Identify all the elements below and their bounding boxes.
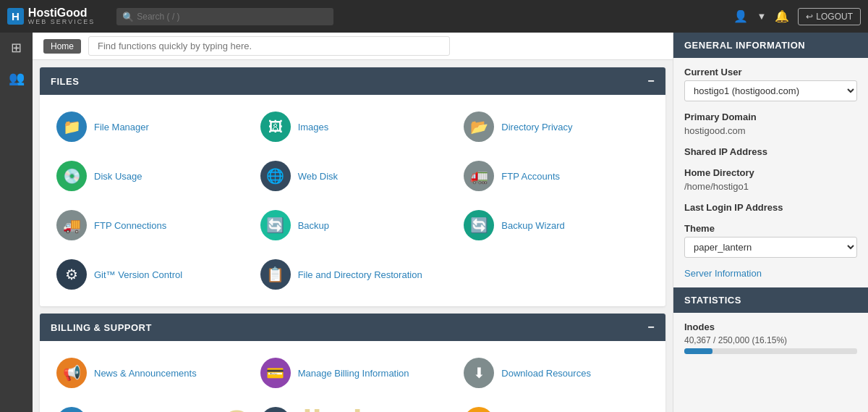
current-user-label: Current User xyxy=(684,67,857,77)
item-label: FTP Connections xyxy=(94,220,166,231)
billing-section-body-wrapper: Ouedkniss.com 📢 News & Announcements 💳 M… xyxy=(40,341,665,412)
billing-grid-item[interactable]: 💳 Manage Billing Information xyxy=(255,352,451,394)
billing-collapse-icon[interactable]: − xyxy=(647,321,655,334)
item-icon: 📁 xyxy=(56,112,87,142)
statistics-body: Inodes 40,367 / 250,000 (16.15%) xyxy=(673,313,868,370)
files-grid-item[interactable]: 🌐 Web Disk xyxy=(255,155,451,197)
files-grid-item[interactable]: ⚙ Git™ Version Control xyxy=(51,253,247,295)
user-icon[interactable]: 👤 xyxy=(733,9,748,23)
billing-grid-item[interactable]: 📧 View Email History xyxy=(51,401,247,412)
item-label: File Manager xyxy=(94,122,149,133)
main-search-container xyxy=(88,36,450,56)
theme-field: Theme paper_lantern xyxy=(684,223,857,258)
home-badge[interactable]: Home xyxy=(43,39,81,54)
item-icon: 💿 xyxy=(56,161,87,191)
home-dir-value: /home/hostigo1 xyxy=(684,181,857,192)
billing-grid-item[interactable]: ⬇ Download Resources xyxy=(458,352,655,394)
primary-domain-field: Primary Domain hostigood.com xyxy=(684,112,857,136)
item-icon: 💡 xyxy=(464,407,494,412)
item-icon: 🔄 xyxy=(260,210,291,240)
files-grid-item[interactable]: 📋 File and Directory Restoration xyxy=(255,253,451,295)
files-grid-item[interactable]: 📁 File Manager xyxy=(51,106,247,148)
last-login-label: Last Login IP Address xyxy=(684,202,857,213)
brand: H HostiGood WEB SERVICES xyxy=(7,7,95,26)
dropdown-icon[interactable]: ▼ xyxy=(757,11,766,22)
bell-icon[interactable]: 🔔 xyxy=(775,9,789,23)
logo-box: H xyxy=(7,8,24,25)
item-icon: 📂 xyxy=(464,112,494,142)
general-info-body: Current User hostigo1 (hostigood.com) Pr… xyxy=(673,58,868,287)
server-info-link[interactable]: Server Information xyxy=(684,268,857,279)
item-icon: 🖼 xyxy=(260,112,291,142)
item-label: Directory Privacy xyxy=(501,122,572,133)
inodes-value: 40,367 / 250,000 (16.15%) xyxy=(684,335,857,345)
item-label: Manage Billing Information xyxy=(298,368,409,379)
billing-section-header: BILLING & SUPPORT − xyxy=(40,314,665,341)
shared-ip-field: Shared IP Address xyxy=(684,146,857,157)
item-label: Disk Usage xyxy=(94,171,142,182)
item-icon: 📧 xyxy=(56,407,87,412)
theme-label: Theme xyxy=(684,223,857,234)
inodes-label: Inodes xyxy=(684,321,857,332)
item-icon: 🔄 xyxy=(464,210,494,240)
navbar-search-input[interactable] xyxy=(116,8,333,25)
logo-h: H xyxy=(12,10,20,22)
files-grid-item[interactable]: 🚚 FTP Connections xyxy=(51,204,247,246)
inodes-progress-bar xyxy=(684,348,857,354)
item-icon: 🚛 xyxy=(464,161,494,191)
primary-domain-label: Primary Domain xyxy=(684,112,857,122)
files-grid-item[interactable]: 🚛 FTP Accounts xyxy=(458,155,655,197)
item-icon: 📢 xyxy=(56,358,87,388)
files-grid-item[interactable]: 🔄 Backup xyxy=(255,204,451,246)
files-grid-item[interactable]: 🔄 Backup Wizard xyxy=(458,204,655,246)
billing-grid-item[interactable]: 📄 View Invoice History xyxy=(255,401,451,412)
item-icon: 📄 xyxy=(260,407,291,412)
logout-icon: ↩ xyxy=(806,12,813,22)
last-login-field: Last Login IP Address xyxy=(684,202,857,213)
files-section-title: FILES xyxy=(51,76,79,87)
files-section-body: 📁 File Manager 🖼 Images 📂 Directory Priv… xyxy=(40,95,665,306)
files-grid-item[interactable]: 📂 Directory Privacy xyxy=(458,106,655,148)
billing-grid-item[interactable]: 💡 Search our Knowledgebase xyxy=(458,401,655,412)
home-dir-field: Home Directory /home/hostigo1 xyxy=(684,167,857,192)
files-grid-item[interactable]: 💿 Disk Usage xyxy=(51,155,247,197)
item-icon: 💳 xyxy=(260,358,291,388)
statistics-header: STATISTICS xyxy=(673,287,868,313)
files-section-header: FILES − xyxy=(40,67,665,95)
item-icon: 🚚 xyxy=(56,210,87,240)
grid-icon[interactable]: ⊞ xyxy=(11,40,22,56)
files-section: FILES − 📁 File Manager 🖼 Images 📂 Direct… xyxy=(40,67,665,306)
inodes-stat: Inodes 40,367 / 250,000 (16.15%) xyxy=(684,321,857,354)
item-label: Git™ Version Control xyxy=(94,269,182,280)
search-icon: 🔍 xyxy=(122,11,134,22)
logout-button[interactable]: ↩ LOGOUT xyxy=(798,8,861,25)
item-label: News & Announcements xyxy=(94,368,197,379)
users-icon[interactable]: 👥 xyxy=(9,70,25,86)
files-grid-item[interactable]: 🖼 Images xyxy=(255,106,451,148)
brand-sub: WEB SERVICES xyxy=(28,19,95,26)
sidebar-left: ⊞ 👥 xyxy=(0,33,33,412)
main-search-input[interactable] xyxy=(88,36,450,56)
item-label: FTP Accounts xyxy=(501,171,560,182)
item-label: Backup Wizard xyxy=(501,220,564,231)
billing-section-title: BILLING & SUPPORT xyxy=(51,322,152,333)
item-icon: ⬇ xyxy=(464,358,494,388)
inodes-progress-fill xyxy=(684,348,712,354)
current-user-select[interactable]: hostigo1 (hostigood.com) xyxy=(684,80,857,101)
item-label: Download Resources xyxy=(501,368,591,379)
right-sidebar: GENERAL INFORMATION Current User hostigo… xyxy=(673,33,868,412)
item-icon: 🌐 xyxy=(260,161,291,191)
billing-section: BILLING & SUPPORT − Ouedkniss.com 📢 News… xyxy=(40,314,665,412)
files-collapse-icon[interactable]: − xyxy=(647,75,655,88)
item-label: File and Directory Restoration xyxy=(298,269,422,280)
shared-ip-label: Shared IP Address xyxy=(684,146,857,157)
billing-grid-item[interactable]: 📢 News & Announcements xyxy=(51,352,247,394)
current-user-field: Current User hostigo1 (hostigood.com) xyxy=(684,67,857,101)
billing-section-body: 📢 News & Announcements 💳 Manage Billing … xyxy=(40,341,665,412)
item-label: Images xyxy=(298,122,329,133)
navbar: H HostiGood WEB SERVICES 🔍 👤 ▼ 🔔 ↩ LOGOU… xyxy=(0,0,868,33)
item-icon: 📋 xyxy=(260,259,291,290)
theme-select[interactable]: paper_lantern xyxy=(684,237,857,258)
navbar-search-container: 🔍 xyxy=(116,8,333,25)
item-icon: ⚙ xyxy=(56,259,87,290)
